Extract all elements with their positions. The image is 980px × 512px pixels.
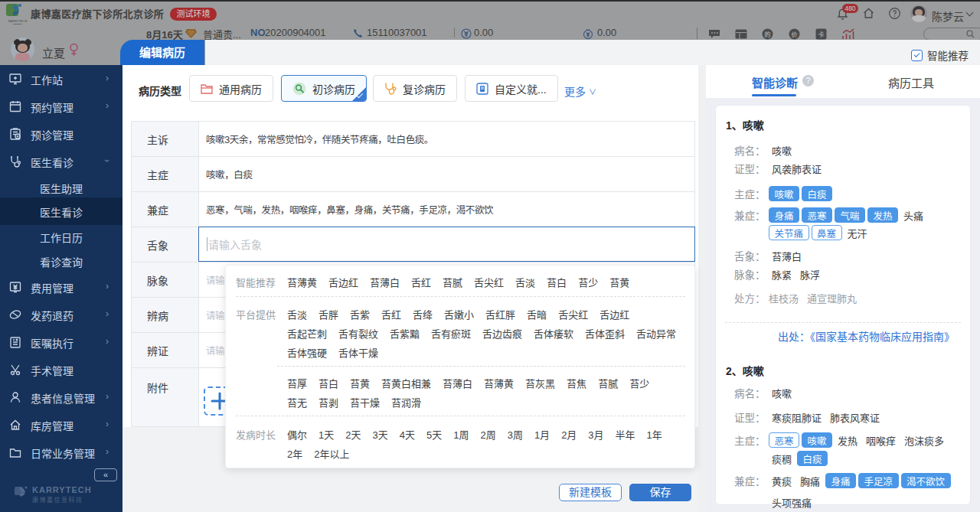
svg-text:价: 价 <box>792 31 799 38</box>
svg-text:卡: 卡 <box>818 31 825 38</box>
svg-text:的: 的 <box>765 31 771 38</box>
